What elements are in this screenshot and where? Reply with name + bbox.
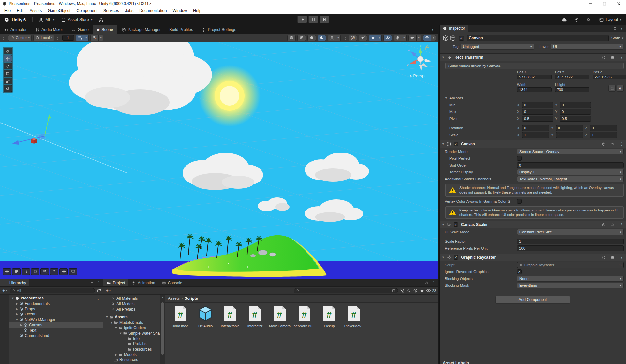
- asset-store-dropdown[interactable]: Asset Store ▾: [58, 16, 96, 23]
- asset-item[interactable]: #Interacter: [243, 305, 267, 328]
- foldout[interactable]: ▼Anchors: [445, 96, 517, 100]
- favorite-item[interactable]: All Prefabs: [103, 307, 160, 312]
- script-field[interactable]: GraphicRaycaster⊙: [517, 262, 624, 268]
- boxes-nav-button[interactable]: [40, 268, 49, 275]
- rect-tool-tool-button[interactable]: [4, 70, 12, 77]
- move-tool-button[interactable]: [4, 55, 12, 62]
- project-search[interactable]: [294, 288, 398, 293]
- value-dropdown[interactable]: Constant Pixel Size▾: [517, 229, 624, 235]
- static-dropdown[interactable]: Static ▾: [611, 36, 623, 40]
- scene-toggle-eye[interactable]: [383, 35, 392, 41]
- lock-icon[interactable]: [425, 281, 429, 285]
- value-field[interactable]: 0: [560, 109, 591, 115]
- value-field[interactable]: 1: [517, 239, 624, 244]
- foldout-arrow-icon[interactable]: ▶: [20, 323, 23, 327]
- tab-inspector[interactable]: Inspector: [440, 25, 468, 32]
- kebab-menu-icon[interactable]: ⋮: [620, 142, 624, 146]
- favorite-item[interactable]: All Materials: [103, 296, 160, 301]
- value-field[interactable]: 730: [555, 87, 589, 92]
- value-field[interactable]: 0: [590, 125, 617, 131]
- property-checkbox[interactable]: [517, 199, 522, 204]
- menu-help[interactable]: Help: [190, 7, 204, 14]
- value-field[interactable]: 100: [517, 245, 624, 251]
- hierarchy-item-pleasentires[interactable]: ▼Pleasentires⋮: [9, 296, 103, 301]
- kebab-menu-icon[interactable]: ⋮: [620, 26, 624, 31]
- object-picker-icon[interactable]: ⊙: [619, 263, 622, 267]
- alert-icon[interactable]: [413, 288, 418, 293]
- tab-project[interactable]: Project: [103, 279, 128, 286]
- create-asset-button[interactable]: +▾: [105, 288, 111, 293]
- value-field[interactable]: 0: [522, 109, 553, 115]
- project-folder-models[interactable]: ▶Models: [103, 352, 160, 357]
- presets-icon[interactable]: [611, 55, 615, 60]
- scene-toggle-layers[interactable]: [394, 35, 402, 41]
- hierarchy-item-props[interactable]: ▶Props: [9, 306, 103, 312]
- layout-dropdown[interactable]: Layout ▾: [598, 16, 622, 23]
- tab-game[interactable]: Game: [67, 25, 93, 34]
- tab-animation[interactable]: Animation: [128, 279, 158, 286]
- component-header-canvas-scaler[interactable]: ▼Canvas Scaler⋮: [440, 221, 626, 228]
- raw-edit-button[interactable]: R: [617, 85, 624, 92]
- scene-toggle-moon[interactable]: [318, 35, 326, 41]
- value-field[interactable]: -52.15535: [593, 75, 626, 79]
- hierarchy-item-cameraisland[interactable]: CameraIsland: [9, 333, 103, 338]
- foldout-arrow-icon[interactable]: ▼: [442, 142, 445, 146]
- maximize-button[interactable]: [597, 0, 612, 7]
- foldout-arrow-icon[interactable]: ▶: [15, 302, 19, 305]
- tab-console[interactable]: Console: [158, 279, 186, 286]
- scene-toggle-gizmo-caret[interactable]: ▾: [431, 35, 436, 41]
- hierarchy-item-networkmanager[interactable]: ▼NetWorkManager: [9, 317, 103, 322]
- list-nav-button[interactable]: [12, 268, 21, 275]
- project-folder-models-mats[interactable]: ▼Models&mats: [103, 320, 160, 325]
- help-icon[interactable]: [602, 142, 606, 146]
- unity-version-badge[interactable]: Unity 6: [0, 17, 30, 22]
- layer-dropdown[interactable]: UI ▾: [551, 44, 623, 50]
- hierarchy-search-input[interactable]: [17, 289, 93, 293]
- cloud-icon[interactable]: [561, 17, 567, 22]
- project-folder-prefabs[interactable]: Prefabs: [103, 341, 160, 346]
- scene-toggle-gizmo[interactable]: [423, 35, 431, 41]
- foldout-arrow-icon[interactable]: ▼: [442, 223, 445, 226]
- project-folder-resources[interactable]: Resources: [103, 357, 160, 362]
- search-nav-button[interactable]: [50, 268, 58, 275]
- tag-dropdown[interactable]: Untagged ▾: [461, 44, 534, 50]
- value-field[interactable]: 0.5: [560, 116, 591, 122]
- hierarchy-item-text[interactable]: Text: [9, 328, 103, 333]
- asset-item[interactable]: #PlayerMov...: [342, 305, 366, 328]
- grid-snap-caret[interactable]: ▾: [84, 35, 89, 41]
- foldout-arrow-icon[interactable]: ▼: [442, 56, 445, 59]
- project-folder-simple-water-sha[interactable]: ▼Simple Water Sha: [103, 330, 160, 336]
- persp-label[interactable]: < Persp: [410, 73, 424, 78]
- project-folder-resources[interactable]: Resources: [103, 347, 160, 352]
- snap-increment-button[interactable]: [90, 35, 99, 41]
- move-nav-button[interactable]: [3, 268, 11, 275]
- menu-services[interactable]: Services: [100, 7, 122, 14]
- pivot-mode-dropdown[interactable]: Center ▾: [8, 35, 32, 41]
- value-field[interactable]: 1: [556, 132, 583, 138]
- lock-icon[interactable]: [613, 26, 617, 30]
- menu-file[interactable]: File: [1, 7, 14, 14]
- create-button[interactable]: +▾: [2, 288, 8, 293]
- close-button[interactable]: [612, 0, 626, 7]
- tab-project-settings[interactable]: Project Settings: [197, 25, 241, 34]
- value-field[interactable]: 577.8832: [517, 75, 552, 79]
- rotate-tool-button[interactable]: [4, 63, 12, 69]
- hierarchy-item-canvas[interactable]: ▶Canvas: [9, 322, 103, 328]
- project-search-input[interactable]: [301, 289, 391, 293]
- foldout-arrow-icon[interactable]: ▼: [119, 332, 122, 335]
- hierarchy-item-ocean[interactable]: ▶Ocean: [9, 312, 103, 317]
- scene-toggle-fx-caret[interactable]: ▾: [377, 35, 382, 41]
- foldout-arrow-icon[interactable]: ▼: [15, 318, 19, 321]
- active-checkbox[interactable]: [459, 36, 464, 41]
- foldout-arrow-icon[interactable]: ▶: [114, 353, 118, 356]
- scroll-up-icon[interactable]: ▲: [161, 296, 164, 299]
- transform-tool-tool-button[interactable]: [4, 85, 12, 92]
- hand-tool-button[interactable]: [4, 48, 12, 54]
- minimize-button[interactable]: [583, 0, 597, 7]
- scene-toggle-fx[interactable]: [369, 35, 377, 41]
- value-field[interactable]: 0: [522, 125, 549, 131]
- hidden-count-toggle[interactable]: 23: [426, 288, 436, 293]
- kebab-menu-icon[interactable]: ⋮: [97, 281, 101, 285]
- value-field[interactable]: 317.7722: [555, 75, 589, 79]
- asset-item[interactable]: #Interactable: [218, 305, 243, 328]
